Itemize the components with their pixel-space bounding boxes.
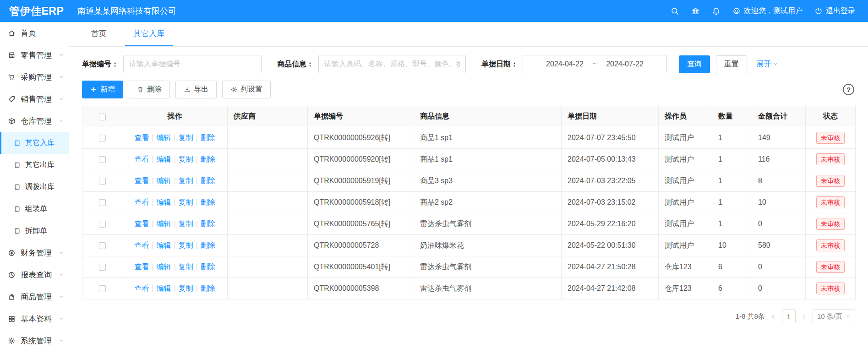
- date-range-picker[interactable]: 2024-04-22 ~ 2024-07-22: [523, 55, 667, 73]
- row-action-edit[interactable]: 编辑: [156, 198, 171, 206]
- sidebar-item-sales[interactable]: 销售管理: [0, 88, 69, 110]
- row-action-delete[interactable]: 删除: [201, 177, 215, 185]
- user-welcome[interactable]: 欢迎您，测试用户: [732, 6, 802, 16]
- row-action-copy[interactable]: 复制: [179, 263, 193, 271]
- row-action-copy[interactable]: 复制: [179, 284, 193, 292]
- row-checkbox[interactable]: [99, 264, 106, 271]
- amount-cell: 8: [752, 170, 806, 192]
- table-row: 查看|编辑|复制|删除QTRK00000005765[转]雷达杀虫气雾剂2024…: [82, 213, 856, 235]
- row-action-view[interactable]: 查看: [134, 241, 149, 249]
- row-action-delete[interactable]: 删除: [201, 134, 215, 141]
- row-action-delete[interactable]: 删除: [201, 155, 215, 163]
- product-cell: 奶油味爆米花: [414, 235, 562, 256]
- sidebar-subitem-other-outbound[interactable]: 其它出库: [0, 154, 69, 176]
- row-checkbox[interactable]: [99, 285, 106, 292]
- row-checkbox[interactable]: [99, 135, 106, 141]
- row-action-view[interactable]: 查看: [134, 177, 149, 185]
- help-icon[interactable]: ?: [843, 84, 854, 95]
- date-end-value[interactable]: 2024-07-22: [606, 60, 644, 68]
- row-action-view[interactable]: 查看: [134, 220, 149, 228]
- row-action-delete[interactable]: 删除: [201, 284, 215, 292]
- action-separator: |: [152, 134, 153, 141]
- tab-home[interactable]: 首页: [83, 22, 115, 46]
- select-all-checkbox[interactable]: [99, 114, 106, 120]
- row-action-edit[interactable]: 编辑: [156, 220, 171, 228]
- chevron-right-icon: [801, 314, 807, 320]
- page-size-select[interactable]: 10 条/页: [813, 310, 855, 323]
- row-action-copy[interactable]: 复制: [179, 241, 193, 249]
- bill-no-input[interactable]: [123, 55, 262, 73]
- row-action-delete[interactable]: 删除: [201, 263, 215, 271]
- row-checkbox[interactable]: [99, 199, 106, 206]
- row-action-edit[interactable]: 编辑: [156, 155, 171, 163]
- row-action-edit[interactable]: 编辑: [156, 177, 171, 185]
- row-action-delete[interactable]: 删除: [201, 220, 215, 228]
- sidebar-subitem-assembly-order[interactable]: 组装单: [0, 198, 69, 220]
- sidebar-item-home[interactable]: 首页: [0, 22, 69, 44]
- chevron-down-icon: [59, 250, 64, 255]
- action-separator: |: [196, 155, 198, 163]
- sidebar-subitem-label: 其它出库: [25, 160, 55, 170]
- row-action-view[interactable]: 查看: [134, 155, 149, 163]
- reset-button[interactable]: 重置: [716, 55, 747, 73]
- row-action-edit[interactable]: 编辑: [156, 263, 171, 271]
- row-action-view[interactable]: 查看: [134, 284, 149, 292]
- sidebar-subitem-disassembly-order[interactable]: 拆卸单: [0, 220, 69, 242]
- row-action-edit[interactable]: 编辑: [156, 284, 171, 292]
- sidebar-subitem-transfer-outbound[interactable]: 调拨出库: [0, 176, 69, 198]
- sidebar-item-purchase[interactable]: 采购管理: [0, 66, 69, 88]
- bill-no-cell: QTRK00000005765[转]: [308, 213, 414, 235]
- row-checkbox[interactable]: [99, 178, 106, 185]
- export-button[interactable]: 导出: [175, 81, 217, 98]
- row-action-view[interactable]: 查看: [134, 198, 149, 206]
- sidebar-item-finance[interactable]: 财务管理: [0, 242, 69, 264]
- sidebar-subitem-other-inbound[interactable]: 其它入库: [0, 132, 69, 154]
- bell-icon[interactable]: [712, 7, 721, 16]
- bank-icon[interactable]: [691, 7, 700, 16]
- row-action-view[interactable]: 查看: [134, 134, 149, 141]
- tab-other-inbound[interactable]: 其它入库: [125, 22, 173, 46]
- row-action-delete[interactable]: 删除: [201, 198, 215, 206]
- checkbox-cell: [82, 127, 122, 149]
- row-checkbox[interactable]: [99, 242, 106, 249]
- sidebar-item-system[interactable]: 系统管理: [0, 330, 69, 352]
- logout-button[interactable]: 退出登录: [814, 6, 855, 16]
- sidebar-item-base[interactable]: 基本资料: [0, 308, 69, 330]
- main-area: 首页其它入库 单据编号： 商品信息： 单据日期： 2024-04-22 ~ 20…: [69, 22, 868, 364]
- sidebar-item-report[interactable]: 报表查询: [0, 264, 69, 286]
- search-button[interactable]: 查询: [679, 55, 710, 73]
- row-action-copy[interactable]: 复制: [179, 220, 193, 228]
- top-header: 管伊佳ERP 南通某某网络科技有限公司 欢迎您，测试用户 退出登录: [0, 0, 868, 22]
- row-action-view[interactable]: 查看: [134, 263, 149, 271]
- sidebar-item-goods[interactable]: 商品管理: [0, 286, 69, 308]
- row-action-copy[interactable]: 复制: [179, 134, 193, 141]
- row-action-copy[interactable]: 复制: [179, 155, 193, 163]
- product-info-input[interactable]: [318, 55, 466, 73]
- home-icon: [8, 29, 16, 37]
- row-checkbox[interactable]: [99, 156, 106, 163]
- add-button[interactable]: 新增: [82, 81, 123, 98]
- expand-toggle[interactable]: 展开: [756, 60, 778, 69]
- search-icon[interactable]: [671, 7, 679, 16]
- amount-cell: 116: [752, 149, 806, 170]
- tab-label: 首页: [91, 28, 107, 39]
- row-action-edit[interactable]: 编辑: [156, 134, 171, 141]
- delete-button[interactable]: 删除: [129, 81, 170, 98]
- column-header: 供应商: [228, 106, 308, 127]
- sidebar-item-warehouse[interactable]: 仓库管理: [0, 110, 69, 132]
- row-action-copy[interactable]: 复制: [179, 177, 193, 185]
- row-action-copy[interactable]: 复制: [179, 198, 193, 206]
- app-logo[interactable]: 管伊佳ERP: [0, 4, 69, 18]
- prev-page-button[interactable]: [770, 314, 776, 320]
- table-row: 查看|编辑|复制|删除QTRK00000005926[转]商品1 sp12024…: [82, 127, 856, 149]
- page-number[interactable]: 1: [782, 310, 796, 323]
- row-action-delete[interactable]: 删除: [201, 241, 215, 249]
- row-checkbox[interactable]: [99, 221, 106, 228]
- actions-cell: 查看|编辑|复制|删除: [122, 235, 228, 256]
- date-start-value[interactable]: 2024-04-22: [546, 60, 584, 68]
- column-settings-button[interactable]: 列设置: [222, 81, 271, 98]
- doc-icon: [14, 228, 21, 234]
- next-page-button[interactable]: [801, 314, 807, 320]
- row-action-edit[interactable]: 编辑: [156, 241, 171, 249]
- sidebar-item-retail[interactable]: 零售管理: [0, 44, 69, 66]
